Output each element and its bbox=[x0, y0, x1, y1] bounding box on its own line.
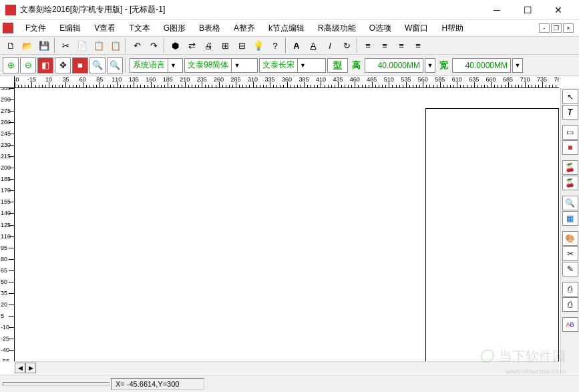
status-empty bbox=[3, 382, 110, 386]
output-tool-1[interactable]: ⎙ bbox=[562, 282, 578, 297]
close-button[interactable]: ✕ bbox=[543, 0, 574, 20]
page-boundary bbox=[425, 108, 559, 362]
height-label: 高 bbox=[349, 59, 363, 71]
width-input[interactable] bbox=[452, 58, 511, 73]
rect-outline-tool[interactable]: ▭ bbox=[562, 125, 578, 140]
zoom-in-button[interactable]: ⊕ bbox=[3, 57, 19, 73]
image-tool-1[interactable]: 🍒 bbox=[562, 160, 578, 175]
menu-advanced[interactable]: R高级功能 bbox=[311, 21, 363, 35]
menu-table[interactable]: B表格 bbox=[192, 21, 227, 35]
flip-button[interactable]: ⇄ bbox=[184, 38, 200, 53]
menu-file[interactable]: F文件 bbox=[19, 21, 53, 35]
color-tool[interactable]: 🎨 bbox=[562, 231, 578, 246]
font-combo-text: 文泰98简体 bbox=[185, 59, 231, 71]
ab-color-tool[interactable]: AB bbox=[562, 317, 578, 332]
text-tool-button[interactable]: A bbox=[288, 38, 305, 53]
app-icon bbox=[5, 5, 16, 15]
horizontal-scrollbar[interactable]: ◀ ▶ bbox=[15, 361, 559, 373]
font-combo[interactable]: 文泰98简体 ▼ bbox=[184, 58, 258, 73]
zoom-page-button[interactable]: 🔍 bbox=[89, 57, 106, 73]
zoom-all-button[interactable]: 🔍 bbox=[107, 57, 123, 73]
style-combo-text: 文泰长宋 bbox=[260, 59, 297, 71]
help-button[interactable]: ? bbox=[267, 38, 283, 53]
redo-button[interactable]: ↷ bbox=[146, 38, 162, 53]
menu-view[interactable]: V查看 bbox=[87, 21, 122, 35]
table-tool[interactable]: ▦ bbox=[562, 211, 578, 226]
separator bbox=[285, 38, 286, 53]
work-area: -40-151035608511013516018521023526028531… bbox=[0, 76, 579, 373]
mdi-close-button[interactable]: × bbox=[563, 23, 574, 33]
scroll-left-button[interactable]: ◀ bbox=[15, 363, 25, 373]
canvas[interactable] bbox=[15, 88, 559, 361]
pen-tool[interactable]: ✎ bbox=[562, 262, 578, 276]
maximize-button[interactable]: ☐ bbox=[512, 0, 543, 20]
watermark-url: www.downxia.com bbox=[506, 367, 566, 375]
vertical-toolbar: ↖ T ▭ ■ 🍒 🍒 🔍 ▦ 🎨 ✂ ✎ ⎙ ⎙ AB bbox=[560, 88, 579, 373]
menu-options[interactable]: O选项 bbox=[363, 21, 398, 35]
vertical-ruler[interactable]: 3052902752602452302152001851701551401251… bbox=[0, 88, 15, 361]
separator bbox=[54, 38, 55, 53]
minimize-button[interactable]: ─ bbox=[481, 0, 512, 20]
type-button[interactable]: 型 bbox=[327, 58, 348, 73]
height-dropdown[interactable]: ▼ bbox=[425, 58, 435, 73]
align-center-button[interactable]: ≡ bbox=[377, 38, 393, 53]
iron-button[interactable]: ⬢ bbox=[167, 38, 183, 53]
scroll-right-button[interactable]: ▶ bbox=[25, 363, 36, 373]
mdi-minimize-button[interactable]: - bbox=[539, 23, 550, 33]
language-combo[interactable]: 系统语言 ▼ bbox=[130, 58, 183, 73]
dropdown-arrow-icon: ▼ bbox=[231, 59, 242, 72]
align-right-button[interactable]: ≡ bbox=[393, 38, 409, 53]
text-tool[interactable]: T bbox=[562, 105, 578, 120]
knife-tool[interactable]: ✂ bbox=[562, 246, 578, 261]
rect-fill-tool[interactable]: ■ bbox=[562, 140, 578, 155]
save-button[interactable]: 💾 bbox=[36, 38, 52, 53]
menu-bar: F文件 E编辑 V查看 T文本 G图形 B表格 A整齐 k节点编辑 R高级功能 … bbox=[0, 20, 579, 36]
group-button[interactable]: ⊞ bbox=[217, 38, 233, 53]
watermark-text: 当下软件园 bbox=[499, 347, 566, 365]
dropdown-arrow-icon: ▼ bbox=[297, 59, 308, 72]
ungroup-button[interactable]: ⊟ bbox=[234, 38, 250, 53]
zoom-fit-button[interactable]: ■ bbox=[72, 57, 88, 73]
doc-icon bbox=[3, 23, 13, 33]
undo-button[interactable]: ↶ bbox=[129, 38, 145, 53]
menu-node[interactable]: k节点编辑 bbox=[262, 21, 311, 35]
paste-special-button[interactable]: 📋 bbox=[108, 38, 124, 53]
zoom-sel-button[interactable]: ◧ bbox=[37, 57, 53, 73]
separator bbox=[357, 38, 358, 53]
window-title: 文泰刻绘2016[刻字机专用版] - [无标题-1] bbox=[20, 4, 481, 15]
light-button[interactable]: 💡 bbox=[250, 38, 266, 53]
menu-window[interactable]: W窗口 bbox=[398, 21, 435, 35]
image-tool-2[interactable]: 🍒 bbox=[562, 176, 578, 190]
rotate-button[interactable]: ↻ bbox=[339, 38, 355, 53]
menu-graphic[interactable]: G图形 bbox=[157, 21, 192, 35]
copy-button[interactable]: 📄 bbox=[74, 38, 90, 53]
align-left-button[interactable]: ≡ bbox=[360, 38, 376, 53]
zoom-out-button[interactable]: ⊖ bbox=[20, 57, 36, 73]
output-tool-2[interactable]: ⎙ bbox=[562, 297, 578, 312]
menu-text[interactable]: T文本 bbox=[122, 21, 156, 35]
width-dropdown[interactable]: ▼ bbox=[512, 58, 523, 73]
menu-edit[interactable]: E编辑 bbox=[53, 21, 87, 35]
style-combo[interactable]: 文泰长宋 ▼ bbox=[259, 58, 326, 73]
cut-button[interactable]: ✂ bbox=[57, 38, 73, 53]
status-coords: X= -45.6614,Y=300 bbox=[111, 378, 204, 390]
pointer-tool[interactable]: ↖ bbox=[562, 89, 578, 104]
dropdown-arrow-icon: ▼ bbox=[425, 59, 435, 72]
align-justify-button[interactable]: ≡ bbox=[410, 38, 426, 53]
magnify-tool[interactable]: 🔍 bbox=[562, 196, 578, 210]
italic-button[interactable]: I bbox=[322, 38, 338, 53]
toolbar-format: ⊕ ⊖ ◧ ✥ ■ 🔍 🔍 系统语言 ▼ 文泰98简体 ▼ 文泰长宋 ▼ 型 高… bbox=[0, 55, 579, 76]
new-button[interactable]: 🗋 bbox=[3, 38, 19, 53]
horizontal-ruler[interactable]: -40-151035608511013516018521023526028531… bbox=[15, 76, 559, 88]
print-button[interactable]: 🖨 bbox=[200, 38, 216, 53]
zoom-move-button[interactable]: ✥ bbox=[55, 57, 71, 73]
ruler-corner bbox=[0, 76, 15, 88]
menu-align[interactable]: A整齐 bbox=[227, 21, 262, 35]
menu-help[interactable]: H帮助 bbox=[435, 21, 470, 35]
paste-button[interactable]: 📋 bbox=[91, 38, 107, 53]
mdi-restore-button[interactable]: ❐ bbox=[551, 23, 562, 33]
underline-button[interactable]: A bbox=[305, 38, 321, 53]
height-input[interactable] bbox=[365, 58, 423, 73]
watermark: O 当下软件园 www.downxia.com bbox=[479, 345, 566, 375]
open-button[interactable]: 📂 bbox=[19, 38, 35, 53]
